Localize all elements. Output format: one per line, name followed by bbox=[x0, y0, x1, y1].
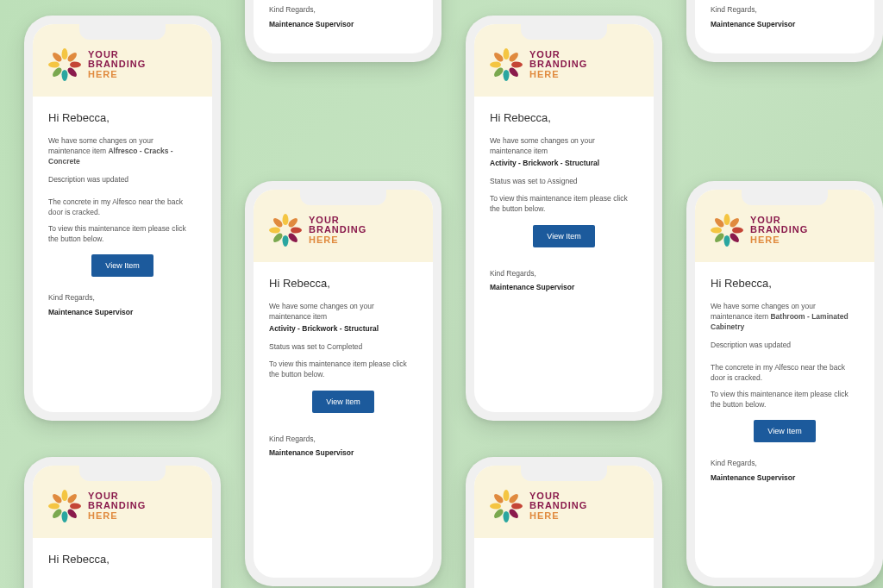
email-body: Hi Rebecca, We have some changes on your… bbox=[695, 262, 874, 497]
maintenance-item: Activity - Brickwork - Structural bbox=[269, 323, 417, 334]
regards-text: Kind Regards, bbox=[490, 268, 638, 278]
signoff-text: Maintenance Supervisor bbox=[711, 472, 859, 483]
greeting: Hi Rebecca, bbox=[711, 276, 859, 292]
signoff-text: Maintenance Supervisor bbox=[490, 282, 638, 292]
brand-logo-icon bbox=[711, 214, 743, 247]
greeting: Hi Rebecca, bbox=[48, 552, 197, 568]
regards-text: Kind Regards, bbox=[48, 292, 197, 303]
instruction-text: To view this maintenance item please cli… bbox=[269, 359, 417, 380]
signoff-text: Maintenance Supervisor bbox=[48, 307, 197, 317]
email-body: View Item Kind Regards, Maintenance Supe… bbox=[254, 0, 433, 43]
view-item-button[interactable]: View Item bbox=[754, 420, 815, 442]
status-text: Status was set to Completed bbox=[269, 341, 417, 352]
maintenance-item: Activity - Brickwork - Structural bbox=[490, 158, 638, 168]
email-body bbox=[474, 538, 654, 566]
regards-text: Kind Regards, bbox=[269, 434, 417, 444]
brand-logo-icon bbox=[48, 490, 81, 522]
brand-text: YOUR BRANDING HERE bbox=[309, 216, 366, 246]
regards-text: Kind Regards, bbox=[269, 4, 417, 15]
signoff-text: Maintenance Supervisor bbox=[269, 19, 417, 29]
brand-text: YOUR BRANDING HERE bbox=[88, 491, 146, 522]
instruction-text: To view this maintenance item please cli… bbox=[711, 389, 859, 410]
status-text: Description was updated bbox=[711, 340, 859, 350]
status-text: Status was set to Assigned bbox=[490, 176, 638, 186]
status-text: Description was updated bbox=[48, 174, 197, 185]
greeting: Hi Rebecca, bbox=[490, 110, 638, 127]
signoff-text: Maintenance Supervisor bbox=[711, 19, 859, 29]
email-body: Hi Rebecca, We have some changes on your… bbox=[33, 97, 212, 331]
view-item-button[interactable]: View Item bbox=[312, 391, 373, 413]
view-item-button[interactable]: View Item bbox=[533, 225, 594, 247]
intro-text: We have some changes on your maintenance… bbox=[711, 301, 859, 333]
description-text: The concrete in my Alfesco near the back… bbox=[48, 197, 197, 218]
regards-text: Kind Regards, bbox=[711, 4, 859, 15]
signoff-text: Maintenance Supervisor bbox=[269, 447, 417, 458]
intro-text: We have some changes on your maintenance… bbox=[269, 301, 417, 322]
brand-text: YOUR BRANDING HERE bbox=[750, 216, 808, 246]
email-body: Hi Rebecca, We have some changes on your… bbox=[474, 97, 654, 306]
regards-text: Kind Regards, bbox=[711, 458, 859, 468]
brand-text: YOUR BRANDING HERE bbox=[529, 50, 587, 80]
intro-text: We have some changes on your maintenance… bbox=[490, 135, 638, 157]
view-item-button[interactable]: View Item bbox=[91, 254, 153, 277]
email-body: Hi Rebecca, bbox=[33, 538, 212, 588]
intro-text: We have some changes on your maintenance… bbox=[48, 135, 197, 167]
brand-logo-icon bbox=[490, 490, 523, 522]
brand-text: YOUR BRANDING HERE bbox=[88, 50, 146, 80]
brand-logo-icon bbox=[490, 48, 523, 81]
instruction-text: To view this maintenance item please cli… bbox=[490, 193, 638, 215]
greeting: Hi Rebecca, bbox=[269, 276, 417, 292]
brand-text: YOUR BRANDING HERE bbox=[529, 491, 587, 522]
instruction-text: To view this maintenance item please cli… bbox=[48, 223, 197, 245]
description-text: The concrete in my Alfesco near the back… bbox=[711, 362, 859, 384]
email-body: View Item Kind Regards, Maintenance Supe… bbox=[695, 0, 874, 43]
brand-logo-icon bbox=[269, 214, 302, 247]
greeting: Hi Rebecca, bbox=[48, 110, 197, 127]
brand-logo-icon bbox=[48, 48, 81, 81]
email-body: Hi Rebecca, We have some changes on your… bbox=[254, 262, 433, 472]
